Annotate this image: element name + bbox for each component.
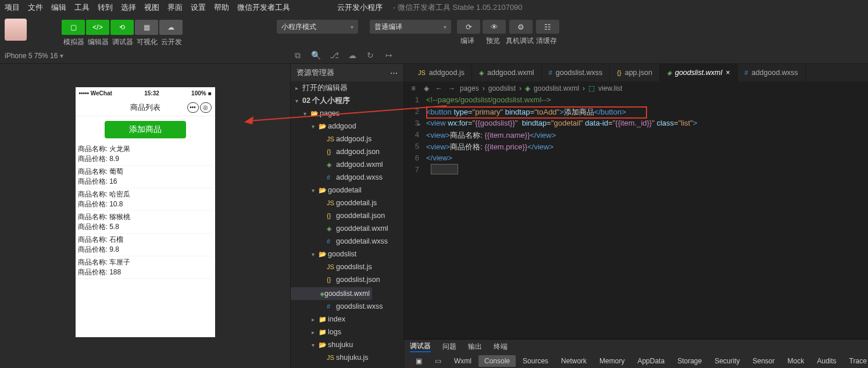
toolbar-预览[interactable]: 👁 xyxy=(483,20,506,34)
devtools-tab[interactable]: Storage xyxy=(671,355,708,367)
devtools-tab[interactable]: Network xyxy=(555,355,592,367)
tree-item[interactable]: ◈addgood.wxml xyxy=(291,158,403,171)
bottom-tab[interactable]: 输出 xyxy=(468,342,482,352)
export-icon[interactable]: ↦ xyxy=(381,51,397,60)
devtools-tab[interactable]: Mock xyxy=(782,355,810,367)
menu-item[interactable]: 设置 xyxy=(191,2,206,13)
inspect-icon[interactable]: ▣ xyxy=(410,355,428,367)
tree-item[interactable]: ▾📂addgood xyxy=(291,120,403,133)
menu-item[interactable]: 编辑 xyxy=(51,2,66,13)
tree-item[interactable]: ▾📂gooddetail xyxy=(291,184,403,196)
tree-item[interactable]: JSgooddetail.js xyxy=(291,196,403,209)
tree-item[interactable]: JSaddgood.js xyxy=(291,133,403,145)
compile-select[interactable]: 普通编译▾ xyxy=(370,20,451,34)
refresh-icon[interactable]: ↻ xyxy=(362,51,378,60)
toolbar-编译[interactable]: ⟳ xyxy=(457,20,480,34)
tree-item[interactable]: #addgood.wxss xyxy=(291,171,403,184)
editor-tab[interactable]: #addgood.wxss xyxy=(738,64,806,81)
devtools-tab[interactable]: Wxml xyxy=(448,355,477,367)
device-bar: iPhone 5 75% 16 ▾ ⧉ 🔍 ⎇ ☁ ↻ ↦ xyxy=(0,48,868,64)
tree-item[interactable]: {}goodslist.json xyxy=(291,273,403,286)
toolbar-清缓存[interactable]: ☷ xyxy=(536,20,559,34)
menu-item[interactable]: 微信开发者工具 xyxy=(237,2,290,13)
menu-item[interactable]: 帮助 xyxy=(214,2,229,13)
device-icon[interactable]: ▭ xyxy=(429,355,447,367)
avatar[interactable] xyxy=(5,19,27,41)
simulator-toggle[interactable]: ▢ xyxy=(62,20,85,35)
tree-item[interactable]: ▾📂pages xyxy=(291,107,403,120)
simulator-panel: ••••• WeChat15:32 100% ■ 商品列表 ••• ◎ 添加商品… xyxy=(0,64,291,368)
devtools-tab[interactable]: Sensor xyxy=(747,355,781,367)
devtools-tab[interactable]: Security xyxy=(709,355,745,367)
copy-icon[interactable]: ⧉ xyxy=(290,51,306,60)
editor-tab[interactable]: ◈addgood.wxml xyxy=(472,64,542,81)
list-icon[interactable]: ≡ xyxy=(409,84,418,92)
tree-item[interactable]: {}gooddetail.json xyxy=(291,209,403,222)
capsule-close-icon[interactable]: ◎ xyxy=(200,102,212,113)
back-icon[interactable]: ← xyxy=(434,84,444,92)
tree-item[interactable]: #goodslist.wxss xyxy=(291,300,403,313)
project-root[interactable]: ▾02 个人小程序 xyxy=(291,94,403,107)
editor-toggle[interactable]: </> xyxy=(86,20,109,35)
editor-tab[interactable]: {}app.json xyxy=(610,64,660,81)
menu-item[interactable]: 项目 xyxy=(5,2,20,13)
tree-item[interactable]: #gooddetail.wxss xyxy=(291,235,403,248)
visual-toggle[interactable]: ▦ xyxy=(135,20,158,35)
devtools-tab[interactable]: Memory xyxy=(594,355,630,367)
code-area[interactable]: 1<!--pages/goodslist/goodslist.wxml--> 2… xyxy=(404,95,868,339)
tree-item[interactable]: ◈goodslist.wxml xyxy=(291,287,372,300)
tree-item[interactable]: ▾📂goodslist xyxy=(291,248,403,260)
tree-item[interactable]: JSgoodslist.js xyxy=(291,260,403,273)
devtools-tab[interactable]: Trace xyxy=(844,355,868,367)
mode-select[interactable]: 小程序模式▾ xyxy=(277,20,358,34)
search-icon[interactable]: 🔍 xyxy=(308,51,324,60)
open-editors-section[interactable]: ▸打开的编辑器 xyxy=(291,81,403,94)
goods-item[interactable]: 商品名称: 哈密瓜商品价格: 10.8 xyxy=(78,188,213,211)
bottom-tab[interactable]: 问题 xyxy=(442,342,456,352)
devtools-tab[interactable]: Console xyxy=(478,355,516,367)
cloud-toggle[interactable]: ☁ xyxy=(159,20,183,35)
close-icon[interactable]: × xyxy=(726,69,730,77)
bottom-tab[interactable]: 调试器 xyxy=(410,341,431,352)
tree-item[interactable]: {}addgood.json xyxy=(291,145,403,158)
device-label[interactable]: iPhone 5 75% 16 xyxy=(5,52,58,60)
menu-item[interactable]: 视图 xyxy=(144,2,159,13)
forward-icon[interactable]: → xyxy=(447,84,456,92)
more-icon[interactable]: ⋯ xyxy=(390,69,398,77)
devtools-tab[interactable]: Sources xyxy=(517,355,554,367)
bottom-tab[interactable]: 终端 xyxy=(494,342,508,352)
devtools-tab[interactable]: AppData xyxy=(631,355,670,367)
add-goods-button[interactable]: 添加商品 xyxy=(105,121,186,138)
tree-item[interactable]: ▾📂shujuku xyxy=(291,338,403,351)
editor-tab[interactable]: #goodslist.wxss xyxy=(542,64,610,81)
goods-item[interactable]: 商品名称: 车厘子商品价格: 188 xyxy=(78,256,213,279)
devtools-tab[interactable]: Audits xyxy=(811,355,842,367)
editor-action-icons: ⧉ 🔍 ⎇ ☁ ↻ ↦ xyxy=(290,51,397,60)
goods-item[interactable]: 商品名称: 火龙果商品价格: 8.9 xyxy=(78,143,213,166)
breadcrumb: ≡ ◈ ← → pages› goodslist› ◈goodslist.wxm… xyxy=(404,81,868,95)
editor-tab[interactable]: ◈goodslist.wxml× xyxy=(660,64,738,81)
bookmark-icon[interactable]: ◈ xyxy=(422,84,431,92)
toolbar-真机调试[interactable]: ⚙ xyxy=(509,20,533,34)
chevron-down-icon[interactable]: ▾ xyxy=(60,52,63,60)
goods-item[interactable]: 商品名称: 猕猴桃商品价格: 5.8 xyxy=(78,211,213,234)
tree-item[interactable]: ▸📁logs xyxy=(291,326,403,338)
menu-item[interactable]: 界面 xyxy=(167,2,183,13)
goods-item[interactable]: 商品名称: 石榴商品价格: 9.8 xyxy=(78,234,213,256)
debugger-toggle[interactable]: ⟲ xyxy=(110,20,134,35)
menu-item[interactable]: 文件 xyxy=(28,2,43,13)
menu-item[interactable]: 工具 xyxy=(74,2,90,13)
menu-item[interactable]: 转到 xyxy=(98,2,113,13)
cloud-icon[interactable]: ☁ xyxy=(344,51,360,60)
page-header: 商品列表 ••• ◎ xyxy=(76,99,215,116)
branch-icon[interactable]: ⎇ xyxy=(326,51,342,60)
editor-tab[interactable]: JSaddgood.js xyxy=(411,64,472,81)
goods-item[interactable]: 商品名称: 葡萄商品价格: 16 xyxy=(78,166,213,188)
capsule-menu-icon[interactable]: ••• xyxy=(187,102,199,113)
tree-item[interactable]: ▸📁index xyxy=(291,313,403,326)
tree-item[interactable]: ◈gooddetail.wxml xyxy=(291,222,403,235)
menu-item[interactable]: 选择 xyxy=(121,2,136,13)
tree-item[interactable]: JSshujuku.js xyxy=(291,351,403,364)
menu-bar: 项目文件编辑工具转到选择视图界面设置帮助微信开发者工具 云开发小程序 - 微信开… xyxy=(0,0,868,15)
explorer-panel: 资源管理器⋯ ▸打开的编辑器 ▾02 个人小程序 ▾📂pages▾📂addgoo… xyxy=(291,64,404,368)
